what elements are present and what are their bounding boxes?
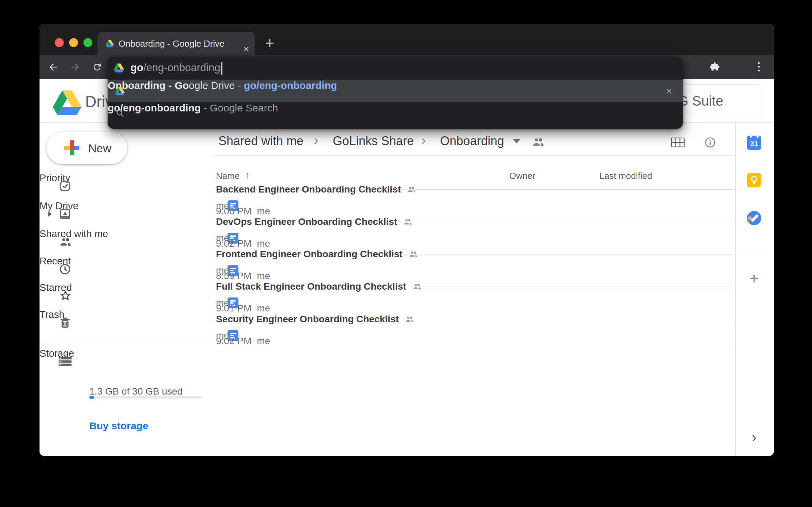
- gsuite-label: G Suite: [678, 93, 723, 109]
- shared-with-me-icon: [59, 235, 72, 249]
- folder-dropdown-caret-icon[interactable]: [513, 139, 520, 143]
- browser-menu-icon[interactable]: [758, 62, 760, 72]
- column-header-name[interactable]: Name: [216, 171, 239, 181]
- sidebar-item-my-drive[interactable]: My Drive: [40, 200, 206, 228]
- omnibox-input[interactable]: go/eng-onboarding: [130, 62, 222, 75]
- breadcrumb-golinks-share[interactable]: GoLinks Share: [333, 134, 414, 148]
- shared-indicator-icon: [406, 184, 417, 195]
- file-modified-time: 9:01 PM: [216, 303, 251, 314]
- google-drive-logo-icon: [53, 90, 81, 115]
- shared-indicator-icon: [412, 281, 422, 292]
- file-name: Full Stack Engineer Onboarding Checklist: [216, 281, 406, 292]
- info-icon[interactable]: [704, 137, 716, 148]
- folder-shared-people-icon: [531, 135, 545, 149]
- file-modified-time: 9:00 PM: [216, 206, 251, 217]
- sidebar-label: Shared with me: [40, 228, 108, 239]
- google-drive-favicon: [115, 87, 125, 95]
- browser-tab[interactable]: Onboarding - Google Drive ×: [97, 32, 255, 55]
- minimize-window-button[interactable]: [69, 38, 78, 47]
- tab-close-icon[interactable]: ×: [243, 43, 249, 55]
- google-drive-favicon: [114, 63, 124, 73]
- new-button-label: New: [88, 142, 111, 155]
- forward-icon[interactable]: [70, 62, 81, 73]
- search-icon: [116, 109, 125, 118]
- shared-indicator-icon: [404, 314, 415, 324]
- breadcrumb-separator: ›: [314, 133, 318, 148]
- file-modified-by: me: [257, 303, 270, 314]
- storage-icon: [59, 357, 72, 366]
- reload-icon[interactable]: [92, 62, 102, 72]
- sidebar-item-recent[interactable]: Recent: [40, 256, 206, 283]
- zoom-window-button[interactable]: [83, 38, 92, 47]
- gsuite-badge: G Suite: [669, 84, 762, 117]
- omnibox-typed-rest: /eng-onboarding: [143, 62, 220, 74]
- file-name: Frontend Engineer Onboarding Checklist: [216, 249, 403, 260]
- file-name: DevOps Engineer Onboarding Checklist: [216, 216, 397, 227]
- file-modified-time: 9:02 PM: [216, 336, 251, 347]
- column-header-owner[interactable]: Owner: [509, 171, 535, 181]
- account-avatar[interactable]: [730, 89, 753, 112]
- tab-title: Onboarding - Google Drive: [119, 39, 224, 49]
- file-row[interactable]: Security Engineer Onboarding Checklist m…: [216, 319, 735, 352]
- starred-icon: [59, 289, 72, 303]
- sidebar-item-shared-with-me[interactable]: Shared with me: [40, 228, 206, 256]
- shared-indicator-icon: [403, 217, 413, 227]
- file-modified-by: me: [257, 238, 270, 249]
- close-window-button[interactable]: [55, 38, 64, 47]
- breadcrumb-shared-with-me[interactable]: Shared with me: [218, 134, 303, 148]
- back-icon[interactable]: [48, 62, 59, 73]
- my-drive-icon: [59, 208, 72, 220]
- suggestion-title-rest: ogle Drive: [189, 80, 235, 91]
- file-modified-time: 8:59 PM: [216, 271, 251, 281]
- calendar-date-label: 31: [750, 139, 758, 148]
- google-tasks-icon[interactable]: [747, 211, 761, 225]
- sidebar-item-trash[interactable]: Trash: [40, 309, 206, 336]
- file-modified-time: 9:02 PM: [216, 238, 251, 249]
- screen-background: Onboarding - Google Drive × +: [0, 0, 812, 507]
- suggestion-url: go/eng-onboarding: [244, 80, 337, 91]
- extensions-puzzle-icon[interactable]: [709, 61, 721, 73]
- file-modified-by: me: [257, 206, 270, 217]
- file-name: Security Engineer Onboarding Checklist: [216, 314, 399, 325]
- suggestion-separator: -: [235, 80, 244, 91]
- storage-usage-text: 1.3 GB of 30 GB used: [89, 386, 183, 397]
- add-panel-icon[interactable]: +: [750, 269, 759, 288]
- new-tab-button[interactable]: +: [265, 34, 275, 52]
- sidebar-item-starred[interactable]: Starred: [40, 282, 206, 309]
- expand-panel-chevron-icon[interactable]: ›: [752, 429, 757, 446]
- google-calendar-icon[interactable]: 31: [747, 136, 761, 150]
- sidebar-divider: [40, 342, 203, 342]
- column-header-last-modified[interactable]: Last modified: [599, 171, 652, 181]
- buy-storage-link[interactable]: Buy storage: [89, 420, 148, 432]
- rail-divider: [740, 249, 768, 249]
- trash-icon: [59, 316, 72, 329]
- tab-bar: Onboarding - Google Drive × +: [40, 24, 774, 55]
- priority-icon: [59, 180, 72, 193]
- text-cursor: [221, 62, 222, 75]
- sort-ascending-icon[interactable]: ↑: [245, 170, 250, 181]
- recent-clock-icon: [59, 263, 72, 276]
- remove-suggestion-icon[interactable]: ×: [666, 85, 672, 97]
- list-top-divider: [213, 155, 735, 156]
- expand-arrow-icon[interactable]: [48, 211, 52, 217]
- file-modified-by: me: [257, 336, 270, 347]
- grid-view-icon[interactable]: [671, 137, 685, 148]
- omnibox-typed-bold: go: [130, 62, 143, 74]
- file-modified-by: me: [257, 271, 270, 281]
- suggestion-engine: Google Search: [210, 102, 278, 113]
- storage-progress-fill: [89, 396, 94, 399]
- multicolor-plus-icon: [64, 140, 79, 155]
- browser-profile-avatar[interactable]: [727, 59, 745, 76]
- shared-indicator-icon: [408, 249, 418, 259]
- google-keep-icon[interactable]: [747, 173, 761, 187]
- sidebar-item-storage[interactable]: Storage: [40, 348, 206, 375]
- breadcrumb-separator: ›: [421, 133, 426, 148]
- sidebar-item-priority[interactable]: Priority: [40, 172, 206, 200]
- google-drive-favicon: [106, 40, 114, 47]
- file-name: Backend Engineer Onboarding Checklist: [216, 184, 401, 195]
- suggestion-navigate[interactable]: Onboarding - Google Drive - go/eng-onboa…: [108, 80, 683, 102]
- breadcrumb-onboarding[interactable]: Onboarding: [440, 134, 504, 148]
- browser-window: Onboarding - Google Drive × +: [40, 24, 774, 456]
- new-button[interactable]: New: [46, 132, 127, 164]
- suggestion-search[interactable]: go/eng-onboarding - Google Search: [108, 102, 683, 125]
